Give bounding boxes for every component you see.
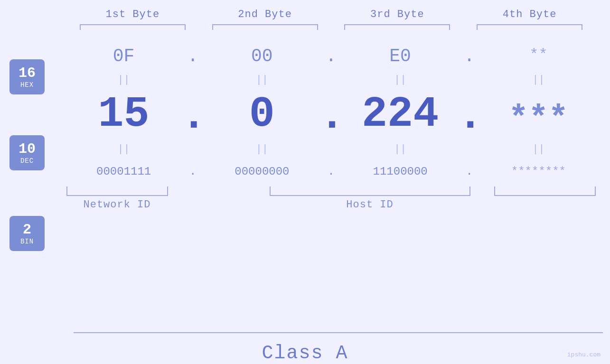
eq-cell-2: || xyxy=(205,71,319,88)
bin-badge-number: 2 xyxy=(23,222,31,238)
bin-dot-val-3: . xyxy=(458,158,481,183)
eq2-4: || xyxy=(481,140,596,158)
hex-dot-3: . xyxy=(458,37,481,71)
hex-dot-val-3: . xyxy=(458,37,481,71)
byte-headers: 1st Byte 2nd Byte 3rd Byte 4th Byte xyxy=(0,0,610,20)
bin-val-4: ******** xyxy=(481,158,596,183)
hex-cell-4: ** xyxy=(481,37,596,71)
eq-2: || xyxy=(205,71,319,88)
hex-val-1: 0F xyxy=(66,37,181,71)
hex-dot-val-2: . xyxy=(319,37,343,71)
eq-1: || xyxy=(66,71,181,88)
host-id-label: Host ID xyxy=(269,199,471,211)
equals-row-2: || || || || xyxy=(66,140,596,158)
byte-header-4: 4th Byte xyxy=(463,9,596,20)
dec-badge: 10 DEC xyxy=(9,135,45,170)
dec-badge-label: DEC xyxy=(20,157,34,165)
main-container: 1st Byte 2nd Byte 3rd Byte 4th Byte 16 H… xyxy=(0,0,610,364)
bracket-network xyxy=(66,187,168,196)
bracket-cell-3 xyxy=(331,22,464,32)
hex-badge-number: 16 xyxy=(19,65,36,81)
top-brackets xyxy=(0,22,610,32)
eq2-3: || xyxy=(343,140,458,158)
dec-val-4: *** xyxy=(481,98,596,140)
bin-row: 00001111 . 00000000 . 11100000 . xyxy=(66,158,596,183)
bracket-line-1 xyxy=(80,24,186,30)
bin-cell-1: 00001111 xyxy=(66,158,181,183)
dec-val-3: 224 xyxy=(343,88,458,140)
eq-cell-3: || xyxy=(343,71,458,88)
hex-val-3: E0 xyxy=(343,37,458,71)
bracket-cell-2 xyxy=(199,22,331,32)
byte-header-2: 2nd Byte xyxy=(199,9,331,20)
bin-cell-2: 00000000 xyxy=(205,158,319,183)
hex-badge: 16 HEX xyxy=(9,59,45,94)
hex-badge-label: HEX xyxy=(20,81,34,89)
hex-dot-2: . xyxy=(319,37,343,71)
equals-row-1: || || || || xyxy=(66,71,596,88)
dec-cell-2: 0 xyxy=(205,88,319,140)
hex-dot-1: . xyxy=(181,37,205,71)
bin-dot-3: . xyxy=(458,158,481,183)
eq2-cell-2: || xyxy=(205,140,319,158)
dec-dot-2: . xyxy=(319,92,343,140)
dec-dot-val-2: . xyxy=(319,92,343,140)
eq-4: || xyxy=(481,71,596,88)
bin-val-1: 00001111 xyxy=(66,158,181,183)
dec-dot-3: . xyxy=(458,92,481,140)
bin-val-2: 00000000 xyxy=(205,158,319,183)
eq-cell-1: || xyxy=(66,71,181,88)
bottom-labels: Network ID Host ID xyxy=(66,199,596,211)
hex-row: 0F . 00 . E0 . ** xyxy=(66,37,596,71)
bin-cell-3: 11100000 xyxy=(343,158,458,183)
data-columns: 0F . 00 . E0 . ** xyxy=(66,37,596,211)
bin-badge: 2 BIN xyxy=(9,216,45,251)
bracket-cell-4 xyxy=(463,22,596,32)
bracket-spacer-2 xyxy=(470,187,494,196)
full-bottom-line xyxy=(74,332,603,333)
watermark: ipshu.com xyxy=(567,351,601,358)
bin-badge-wrapper: 2 BIN xyxy=(9,198,66,269)
bin-cell-4: ******** xyxy=(481,158,596,183)
eq2-2: || xyxy=(205,140,319,158)
byte-header-3: 3rd Byte xyxy=(331,9,464,20)
bracket-line-4 xyxy=(477,24,582,30)
bracket-host-ext xyxy=(494,187,596,196)
hex-val-2: 00 xyxy=(205,37,319,71)
badges-column: 16 HEX 10 DEC 2 BIN xyxy=(9,37,66,269)
eq2-cell-3: || xyxy=(343,140,458,158)
bracket-host xyxy=(270,187,471,196)
bracket-line-2 xyxy=(212,24,318,30)
dec-cell-1: 15 xyxy=(66,88,181,140)
dec-dot-val-3: . xyxy=(458,92,481,140)
bin-dot-val-1: . xyxy=(181,158,205,183)
dec-val-1: 15 xyxy=(66,88,181,140)
bin-dot-2: . xyxy=(319,158,343,183)
hex-cell-2: 00 xyxy=(205,37,319,71)
dec-badge-number: 10 xyxy=(19,141,36,157)
bin-dot-val-2: . xyxy=(319,158,343,183)
bin-val-3: 11100000 xyxy=(343,158,458,183)
eq2-cell-4: || xyxy=(481,140,596,158)
bracket-cell-1 xyxy=(66,22,199,32)
dec-dot-1: . xyxy=(181,92,205,140)
bin-badge-label: BIN xyxy=(20,238,34,245)
bracket-spacer-1 xyxy=(169,187,269,196)
eq2-1: || xyxy=(66,140,181,158)
hex-dot-val-1: . xyxy=(181,37,205,71)
hex-cell-1: 0F xyxy=(66,37,181,71)
dec-cell-3: 224 xyxy=(343,88,458,140)
dec-cell-4: *** xyxy=(481,98,596,140)
network-id-label: Network ID xyxy=(66,199,168,211)
hex-badge-wrapper: 16 HEX xyxy=(9,46,66,108)
main-content: 16 HEX 10 DEC 2 BIN xyxy=(0,37,610,325)
dec-badge-wrapper: 10 DEC xyxy=(9,108,66,198)
eq-cell-4: || xyxy=(481,71,596,88)
dec-dot-val-1: . xyxy=(181,92,205,140)
bracket-line-3 xyxy=(344,24,450,30)
hex-val-4: ** xyxy=(481,37,596,68)
bottom-bracket-row xyxy=(66,187,596,196)
eq2-cell-1: || xyxy=(66,140,181,158)
eq-3: || xyxy=(343,71,458,88)
dec-row: 15 . 0 . 224 . *** xyxy=(66,88,596,140)
